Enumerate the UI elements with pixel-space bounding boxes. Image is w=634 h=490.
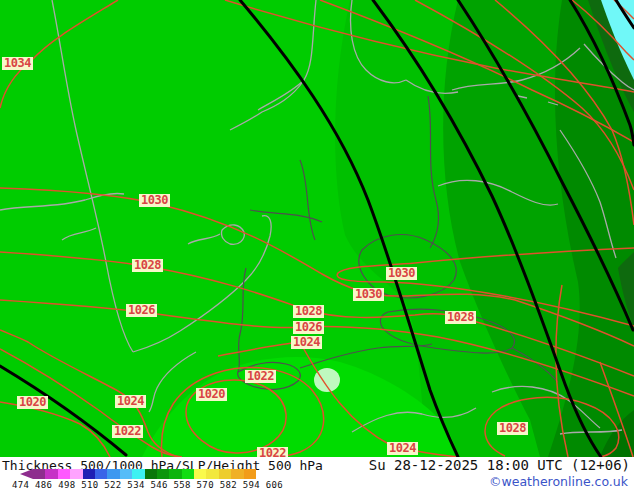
weather-map-screenshot: 1034103010281026103010301028102610241028… bbox=[0, 0, 634, 490]
thickness-legend-bar bbox=[20, 469, 256, 479]
legend-color-segment bbox=[70, 469, 82, 479]
legend-color-segment bbox=[120, 469, 132, 479]
map-datetime: Su 28-12-2025 18:00 UTC (12+06) bbox=[369, 457, 630, 473]
pressure-label: 1022 bbox=[245, 370, 276, 383]
legend-color-segment bbox=[58, 469, 70, 479]
pressure-label: 1026 bbox=[126, 304, 157, 317]
pressure-label: 1030 bbox=[353, 288, 384, 301]
legend-color-segment bbox=[244, 469, 256, 479]
pressure-label: 1030 bbox=[386, 267, 417, 280]
pressure-label: 1034 bbox=[2, 57, 33, 70]
legend-color-segment bbox=[169, 469, 181, 479]
legend-color-segment bbox=[33, 469, 45, 479]
legend-color-segment bbox=[107, 469, 119, 479]
legend-color-segment bbox=[132, 469, 144, 479]
legend-color-segment bbox=[95, 469, 107, 479]
pressure-label: 1026 bbox=[293, 321, 324, 334]
legend-color-segment bbox=[219, 469, 231, 479]
legend-arrow-icon bbox=[20, 469, 33, 479]
pressure-label: 1028 bbox=[132, 259, 163, 272]
pressure-label: 1024 bbox=[387, 442, 418, 455]
pressure-label: 1028 bbox=[445, 311, 476, 324]
legend-color-segment bbox=[45, 469, 57, 479]
legend-color-segment bbox=[194, 469, 206, 479]
pressure-label: 1028 bbox=[497, 422, 528, 435]
legend-scale-values: 474 486 498 510 522 534 546 558 570 582 … bbox=[12, 480, 283, 490]
pressure-label: 1024 bbox=[115, 395, 146, 408]
pressure-label: 1030 bbox=[139, 194, 170, 207]
copyright-link[interactable]: ©weatheronline.co.uk bbox=[489, 474, 628, 489]
legend-color-segment bbox=[231, 469, 243, 479]
pressure-label: 1020 bbox=[17, 396, 48, 409]
pressure-label: 1024 bbox=[291, 336, 322, 349]
legend-color-segment bbox=[157, 469, 169, 479]
legend-color-segment bbox=[83, 469, 95, 479]
footer-bar: Thickness 500/1000 hPa/SLP/Height 500 hP… bbox=[0, 457, 634, 490]
map-canvas bbox=[0, 0, 634, 457]
legend-color-segment bbox=[206, 469, 218, 479]
pressure-label: 1028 bbox=[293, 305, 324, 318]
legend-color-segment bbox=[145, 469, 157, 479]
pressure-label: 1020 bbox=[196, 388, 227, 401]
legend-color-segment bbox=[182, 469, 194, 479]
map-area: 1034103010281026103010301028102610241028… bbox=[0, 0, 634, 457]
pressure-label: 1022 bbox=[112, 425, 143, 438]
